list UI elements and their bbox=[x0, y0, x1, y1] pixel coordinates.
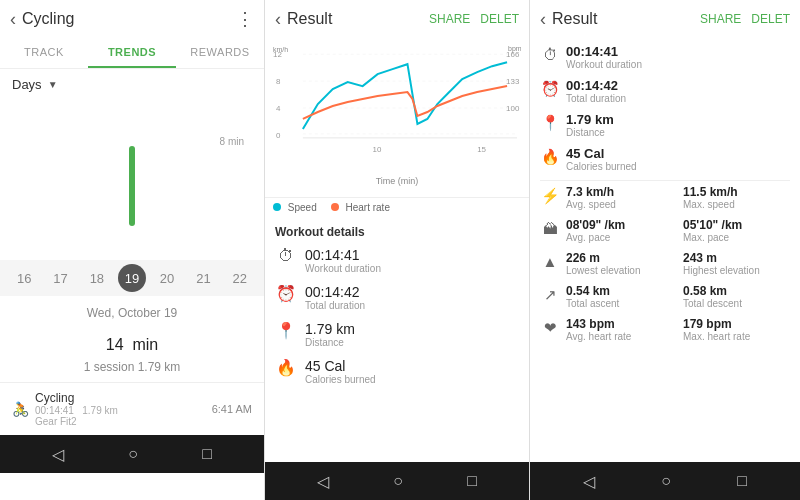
tab-trends[interactable]: TRENDS bbox=[88, 38, 176, 68]
date-nav-18[interactable]: 18 bbox=[82, 267, 112, 290]
right-distance-value: 1.79 km bbox=[566, 112, 790, 127]
mid-recents-nav-btn[interactable]: □ bbox=[457, 466, 487, 496]
total-duration-label: Total duration bbox=[305, 300, 365, 311]
ascent-icon: ↗ bbox=[540, 286, 560, 304]
clock-icon: ⏰ bbox=[275, 284, 297, 303]
detail-distance: 📍 1.79 km Distance bbox=[275, 321, 519, 348]
more-button[interactable]: ⋮ bbox=[236, 8, 254, 30]
high-elev-label: Highest elevation bbox=[683, 265, 790, 276]
date-info: Wed, October 19 14 min 1 session 1.79 km bbox=[0, 300, 264, 378]
right-location-icon: 📍 bbox=[540, 114, 560, 132]
right-total-dur-label: Total duration bbox=[566, 93, 790, 104]
recents-nav-btn[interactable]: □ bbox=[192, 439, 222, 469]
divider-1 bbox=[540, 180, 790, 181]
heartrate-legend-dot bbox=[331, 203, 339, 211]
right-speed: ⚡ 7.3 km/h Avg. speed 11.5 km/h Max. spe… bbox=[540, 185, 790, 210]
date-text: Wed, October 19 bbox=[10, 306, 254, 320]
max-hr-label: Max. heart rate bbox=[683, 331, 790, 342]
right-header: ‹ Result SHARE DELET bbox=[530, 0, 800, 38]
main-unit: min bbox=[132, 336, 158, 353]
low-elev-value: 226 m bbox=[566, 251, 673, 265]
date-nav-17[interactable]: 17 bbox=[45, 267, 75, 290]
right-home-nav-btn[interactable]: ○ bbox=[651, 466, 681, 496]
right-elevation: ▲ 226 m Lowest elevation 243 m Highest e… bbox=[540, 251, 790, 276]
avg-speed-value: 7.3 km/h bbox=[566, 185, 673, 199]
elevation-icon: ▲ bbox=[540, 253, 560, 270]
cycling-icon: 🚴 bbox=[12, 401, 29, 417]
left-header: ‹ Cycling ⋮ bbox=[0, 0, 264, 38]
location-icon: 📍 bbox=[275, 321, 297, 340]
mid-panel: ‹ Result SHARE DELET 12 8 4 0 km/h 166 1… bbox=[265, 0, 530, 500]
sub-info: 1 session 1.79 km bbox=[10, 360, 254, 374]
speed-legend-label: Speed bbox=[288, 202, 317, 213]
x-axis-label: Time (min) bbox=[273, 176, 521, 186]
heartrate-icon: ❤ bbox=[540, 319, 560, 337]
svg-text:100: 100 bbox=[506, 104, 520, 113]
right-recents-nav-btn[interactable]: □ bbox=[727, 466, 757, 496]
speed-legend-dot bbox=[273, 203, 281, 211]
date-nav-21[interactable]: 21 bbox=[188, 267, 218, 290]
right-back-button[interactable]: ‹ bbox=[540, 10, 546, 28]
chart-label: 8 min bbox=[220, 136, 244, 147]
share-button[interactable]: SHARE bbox=[429, 12, 470, 26]
right-distance-label: Distance bbox=[566, 127, 790, 138]
max-hr-value: 179 bpm bbox=[683, 317, 790, 331]
mid-title: Result bbox=[287, 10, 429, 28]
right-content: ⏱ 00:14:41 Workout duration ⏰ 00:14:42 T… bbox=[530, 38, 800, 462]
max-pace-value: 05'10" /km bbox=[683, 218, 790, 232]
right-clock-icon: ⏰ bbox=[540, 80, 560, 98]
right-heartrate: ❤ 143 bpm Avg. heart rate 179 bpm Max. h… bbox=[540, 317, 790, 342]
home-nav-btn[interactable]: ○ bbox=[118, 439, 148, 469]
trend-chart: 8 min bbox=[0, 100, 264, 260]
tab-rewards[interactable]: REWARDS bbox=[176, 38, 264, 68]
svg-text:0: 0 bbox=[276, 131, 281, 140]
session-label: Cycling bbox=[35, 391, 118, 405]
max-speed-value: 11.5 km/h bbox=[683, 185, 790, 199]
right-workout-duration: ⏱ 00:14:41 Workout duration bbox=[540, 44, 790, 70]
chart-legend: Speed Heart rate bbox=[265, 198, 529, 217]
main-value: 14 min bbox=[10, 320, 254, 358]
flame-icon: 🔥 bbox=[275, 358, 297, 377]
right-panel: ‹ Result SHARE DELET ⏱ 00:14:41 Workout … bbox=[530, 0, 800, 500]
svg-text:10: 10 bbox=[373, 145, 382, 154]
svg-text:bpm: bpm bbox=[508, 45, 521, 53]
detail-total-duration: ⏰ 00:14:42 Total duration bbox=[275, 284, 519, 311]
avg-hr-value: 143 bpm bbox=[566, 317, 673, 331]
workout-duration-value: 00:14:41 bbox=[305, 247, 381, 263]
svg-text:8: 8 bbox=[276, 77, 281, 86]
mid-back-button[interactable]: ‹ bbox=[275, 10, 281, 28]
date-nav-19[interactable]: 19 bbox=[118, 264, 146, 292]
back-button[interactable]: ‹ bbox=[10, 10, 16, 28]
mid-back-nav-btn[interactable]: ◁ bbox=[307, 466, 339, 497]
right-back-nav-btn[interactable]: ◁ bbox=[573, 466, 605, 497]
back-nav-btn[interactable]: ◁ bbox=[42, 439, 74, 470]
right-title: Result bbox=[552, 10, 700, 28]
total-descent-value: 0.58 km bbox=[683, 284, 790, 298]
mid-home-nav-btn[interactable]: ○ bbox=[383, 466, 413, 496]
dropdown-arrow-icon: ▼ bbox=[48, 79, 58, 90]
mid-header: ‹ Result SHARE DELET bbox=[265, 0, 529, 38]
right-delete-button[interactable]: DELET bbox=[751, 12, 790, 26]
avg-hr-label: Avg. heart rate bbox=[566, 331, 673, 342]
delete-button[interactable]: DELET bbox=[480, 12, 519, 26]
date-nav-22[interactable]: 22 bbox=[225, 267, 255, 290]
session-row[interactable]: 🚴 Cycling 00:14:41 1.79 km Gear Fit2 6:4… bbox=[0, 382, 264, 435]
total-duration-value: 00:14:42 bbox=[305, 284, 365, 300]
distance-label: Distance bbox=[305, 337, 355, 348]
right-stopwatch-icon: ⏱ bbox=[540, 46, 560, 63]
bar-chart-bar bbox=[129, 146, 135, 226]
avg-speed-label: Avg. speed bbox=[566, 199, 673, 210]
total-ascent-label: Total ascent bbox=[566, 298, 673, 309]
tab-track[interactable]: TRACK bbox=[0, 38, 88, 68]
date-nav-20[interactable]: 20 bbox=[152, 267, 182, 290]
days-selector[interactable]: Days ▼ bbox=[0, 69, 264, 100]
session-device: Gear Fit2 bbox=[35, 416, 118, 427]
date-nav-16[interactable]: 16 bbox=[9, 267, 39, 290]
workout-details: Workout details ⏱ 00:14:41 Workout durat… bbox=[265, 217, 529, 462]
max-pace-label: Max. pace bbox=[683, 232, 790, 243]
tab-bar: TRACK TRENDS REWARDS bbox=[0, 38, 264, 69]
stopwatch-icon: ⏱ bbox=[275, 247, 297, 265]
mid-bottom-nav: ◁ ○ □ bbox=[265, 462, 529, 500]
days-label: Days bbox=[12, 77, 42, 92]
right-share-button[interactable]: SHARE bbox=[700, 12, 741, 26]
